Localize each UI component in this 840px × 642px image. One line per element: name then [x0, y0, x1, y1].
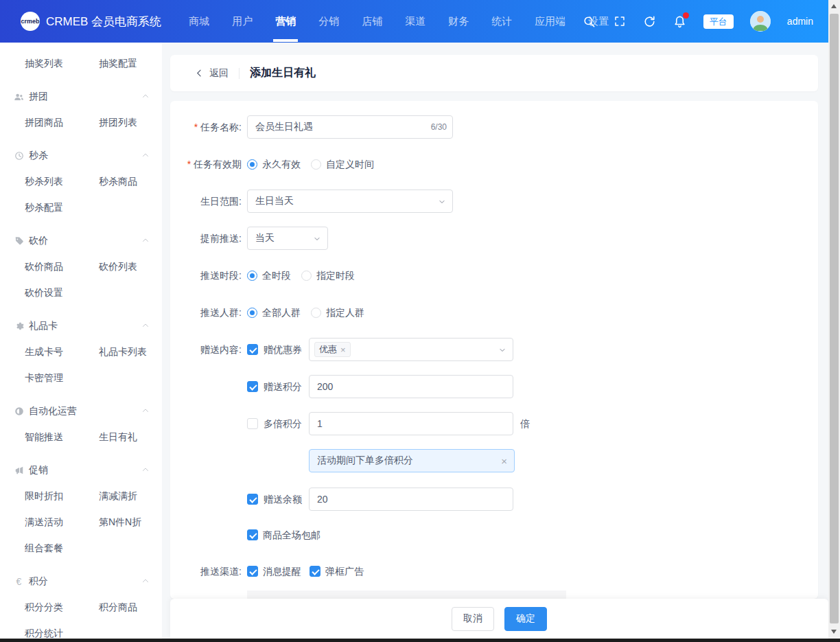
- nav-item-channel[interactable]: 渠道: [405, 0, 425, 43]
- radio-icon[interactable]: [247, 308, 257, 318]
- sidebar-item-seckill-goods[interactable]: 秒杀商品: [99, 176, 137, 188]
- sidebar-item-bargain-list[interactable]: 砍价列表: [99, 261, 137, 273]
- radio-specified-period[interactable]: 指定时段: [301, 264, 355, 287]
- sidebar-row: 卡密管理: [0, 365, 162, 391]
- sidebar-group-label: 礼品卡: [29, 320, 141, 332]
- checkbox-icon[interactable]: [247, 566, 258, 577]
- nav-item-distribution[interactable]: 分销: [318, 0, 339, 43]
- search-icon[interactable]: [583, 14, 596, 28]
- checkbox-gift-balance[interactable]: 赠送余额: [247, 488, 309, 511]
- checkbox-multi-points[interactable]: 多倍积分: [247, 412, 309, 435]
- sidebar-item-lottery-config[interactable]: 抽奖配置: [99, 58, 137, 70]
- checkbox-icon[interactable]: [247, 344, 258, 355]
- sidebar-item-groupbuy-goods[interactable]: 拼团商品: [25, 117, 99, 129]
- sidebar-item-smart-push[interactable]: 智能推送: [25, 431, 99, 444]
- back-button[interactable]: 返回: [195, 67, 229, 80]
- scroll-down-arrow[interactable]: [831, 630, 837, 634]
- checkbox-icon[interactable]: [247, 418, 258, 429]
- nav-item-mall[interactable]: 商城: [189, 0, 209, 43]
- sidebar-item-nth-discount[interactable]: 第N件N折: [99, 516, 141, 529]
- form-row-push-channel: 推送渠道: 消息提醒 弹框广告: [170, 560, 818, 583]
- scroll-up-arrow[interactable]: [831, 4, 837, 8]
- chevron-up-icon: [141, 236, 150, 247]
- sidebar-item-points-statistics[interactable]: 积分统计: [25, 628, 99, 639]
- refresh-icon[interactable]: [643, 14, 657, 28]
- points-input[interactable]: [310, 376, 513, 398]
- sidebar-item-full-reduction[interactable]: 满减满折: [99, 490, 137, 503]
- avatar[interactable]: [750, 11, 771, 32]
- fullscreen-icon[interactable]: [613, 14, 627, 28]
- sidebar-item-bargain-settings[interactable]: 砍价设置: [25, 287, 99, 299]
- sidebar-group-points[interactable]: € 积分: [0, 569, 162, 595]
- sidebar-group-bargain[interactable]: 砍价: [0, 228, 162, 254]
- checkbox-icon[interactable]: [310, 566, 320, 577]
- nav-item-store[interactable]: 店铺: [362, 0, 382, 43]
- multi-points-input[interactable]: [310, 413, 513, 435]
- confirm-button[interactable]: 确定: [504, 607, 547, 631]
- nav-item-finance[interactable]: 财务: [448, 0, 469, 43]
- sidebar-item-bargain-goods[interactable]: 砍价商品: [25, 261, 99, 273]
- platform-badge[interactable]: 平台: [703, 14, 734, 29]
- bell-icon[interactable]: [673, 14, 687, 28]
- sidebar-item-generate-card[interactable]: 生成卡号: [25, 346, 99, 358]
- sidebar-row: 限时折扣 满减满折: [0, 483, 162, 509]
- nav-item-application[interactable]: 应用端: [535, 0, 565, 43]
- checkbox-popup-ad[interactable]: 弹框广告: [310, 560, 364, 583]
- sidebar-group-promotion[interactable]: 促销: [0, 457, 162, 483]
- radio-icon[interactable]: [311, 308, 321, 318]
- radio-all-crowd[interactable]: 全部人群: [247, 301, 301, 324]
- sidebar-item-seckill-list[interactable]: 秒杀列表: [25, 176, 99, 188]
- sidebar-item-points-goods[interactable]: 积分商品: [99, 601, 137, 614]
- tag-close-icon[interactable]: ×: [340, 345, 346, 355]
- checkbox-icon[interactable]: [247, 494, 258, 505]
- group-icon: [14, 92, 24, 102]
- sidebar-item-full-gift[interactable]: 满送活动: [25, 516, 99, 529]
- nav-item-marketing[interactable]: 营销: [275, 0, 296, 43]
- multi-points-tip-field[interactable]: 活动期间下单多倍积分 ×: [309, 449, 515, 472]
- sidebar-item-lottery-list[interactable]: 抽奖列表: [25, 58, 99, 70]
- vertical-scrollbar[interactable]: [828, 0, 840, 642]
- nav-item-statistics[interactable]: 统计: [491, 0, 512, 43]
- scrollbar-thumb[interactable]: [830, 14, 839, 623]
- task-name-input[interactable]: [248, 116, 452, 138]
- radio-custom-time[interactable]: 自定义时间: [311, 152, 374, 176]
- radio-icon[interactable]: [311, 159, 321, 170]
- sidebar-row: 砍价设置: [0, 280, 162, 306]
- checkbox-icon[interactable]: [247, 381, 258, 392]
- radio-all-period[interactable]: 全时段: [247, 264, 291, 287]
- checkbox-icon[interactable]: [247, 529, 258, 540]
- sidebar-item-seckill-config[interactable]: 秒杀配置: [25, 202, 99, 214]
- sidebar-item-points-category[interactable]: 积分分类: [25, 601, 99, 614]
- field-label: 推送人群:: [170, 301, 247, 324]
- sidebar-item-giftcard-list[interactable]: 礼品卡列表: [99, 346, 147, 358]
- sidebar-group-automation[interactable]: 自动化运营: [0, 398, 162, 424]
- sidebar-group-seckill[interactable]: 秒杀: [0, 143, 162, 169]
- nav-item-user[interactable]: 用户: [232, 0, 253, 43]
- checkbox-message-remind[interactable]: 消息提醒: [247, 560, 301, 583]
- radio-icon[interactable]: [247, 271, 257, 281]
- checkbox-gift-coupon[interactable]: 赠优惠券: [247, 338, 309, 361]
- cancel-button[interactable]: 取消: [452, 607, 494, 631]
- radio-icon[interactable]: [301, 271, 312, 281]
- checkbox-gift-points[interactable]: 赠送积分: [247, 375, 309, 398]
- username[interactable]: admin: [787, 16, 813, 27]
- clear-icon[interactable]: ×: [501, 455, 507, 467]
- radio-permanent[interactable]: 永久有效: [247, 152, 301, 176]
- sidebar-item-groupbuy-list[interactable]: 拼团列表: [99, 117, 137, 129]
- sidebar-group-groupbuy[interactable]: 拼团: [0, 84, 162, 110]
- automation-icon: [14, 406, 24, 417]
- sidebar-group-giftcard[interactable]: 礼品卡: [0, 313, 162, 339]
- balance-input[interactable]: [310, 488, 513, 510]
- sidebar-item-birthday-gift[interactable]: 生日有礼: [99, 431, 137, 444]
- sidebar-item-combo-package[interactable]: 组合套餐: [25, 542, 99, 555]
- birthday-range-select[interactable]: 生日当天: [247, 190, 453, 213]
- sidebar-item-cardkey-manage[interactable]: 卡密管理: [25, 372, 99, 385]
- chevron-down-icon: [498, 345, 506, 356]
- checkbox-free-shipping[interactable]: 商品全场包邮: [247, 523, 320, 547]
- field-label: 赠送内容:: [170, 338, 247, 361]
- radio-icon[interactable]: [247, 159, 257, 170]
- sidebar-item-flash-discount[interactable]: 限时折扣: [25, 490, 99, 503]
- advance-push-select[interactable]: 当天: [247, 227, 328, 250]
- radio-specified-crowd[interactable]: 指定人群: [311, 301, 364, 324]
- coupon-multiselect[interactable]: 优惠 ×: [309, 338, 513, 361]
